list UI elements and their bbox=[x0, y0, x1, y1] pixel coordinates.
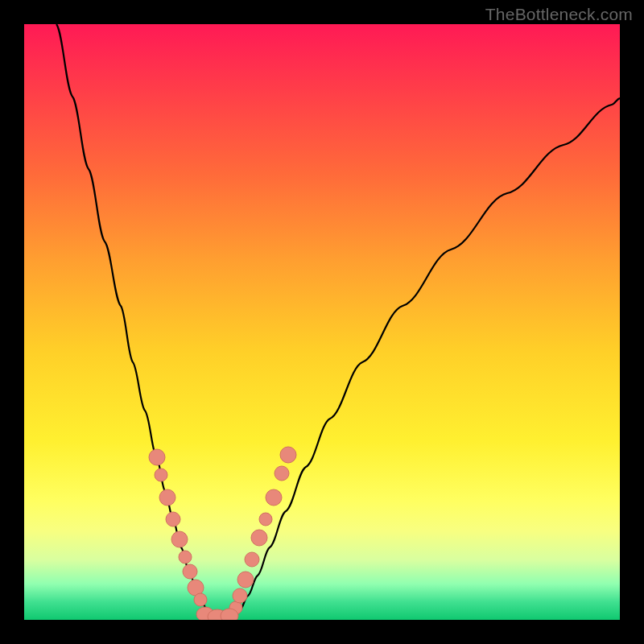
left-curve-line bbox=[56, 24, 213, 618]
data-dot bbox=[171, 531, 188, 547]
data-dot bbox=[221, 609, 238, 620]
data-dot bbox=[166, 512, 180, 526]
right-curve-line bbox=[233, 98, 620, 618]
left-dots-group bbox=[149, 449, 207, 606]
data-dot bbox=[251, 530, 267, 546]
data-dot bbox=[183, 564, 197, 579]
data-dot bbox=[179, 551, 192, 564]
chart-plot-area bbox=[24, 24, 620, 620]
data-dot bbox=[275, 466, 289, 481]
bottom-dots-group bbox=[196, 607, 238, 620]
right-dots-group bbox=[229, 447, 296, 614]
data-dot bbox=[155, 469, 167, 481]
data-dot bbox=[149, 449, 165, 465]
data-dot bbox=[245, 552, 259, 567]
data-dot bbox=[159, 489, 175, 506]
data-dot bbox=[237, 572, 254, 588]
data-dot bbox=[194, 593, 207, 606]
chart-svg bbox=[24, 24, 620, 620]
data-dot bbox=[266, 489, 282, 506]
data-dot bbox=[233, 588, 247, 603]
data-dot bbox=[259, 513, 272, 526]
watermark-text: TheBottleneck.com bbox=[485, 5, 633, 24]
data-dot bbox=[280, 447, 296, 463]
